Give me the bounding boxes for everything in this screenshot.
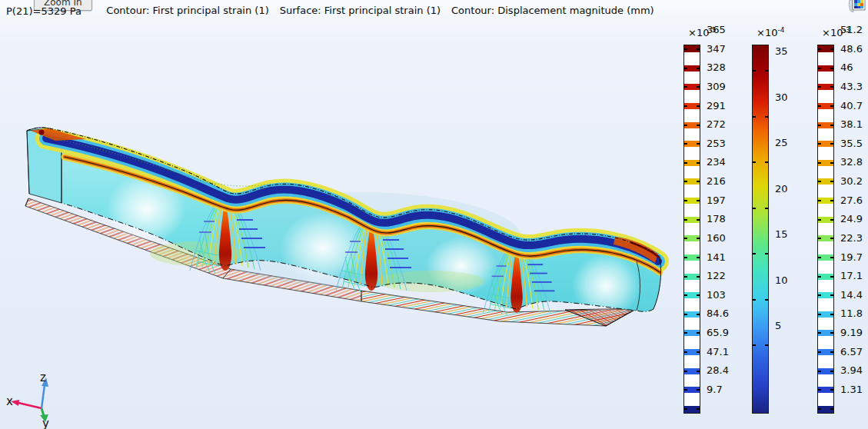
- colorbar-tick: [697, 162, 700, 164]
- colorbar-tick: [765, 70, 768, 72]
- colorbar-tick: [684, 48, 687, 50]
- colorbar-value: 14.4: [840, 289, 863, 301]
- colorbar-tick-value: 10: [775, 274, 788, 287]
- colorbar-tick: [684, 314, 687, 315]
- plot-title-contour-2: Contour: Displacement magnitude (mm): [451, 5, 654, 16]
- colorbar-tick: [697, 389, 700, 391]
- colorbar-value: 47.1: [707, 346, 729, 358]
- colorbar-tick: [697, 68, 700, 69]
- colorbar-value: 347: [707, 43, 726, 55]
- colorbar-value: 9.19: [840, 327, 863, 339]
- colorbar-tick: [684, 351, 687, 353]
- z-axis-label: z: [40, 372, 46, 384]
- colorbar-tick: [684, 257, 687, 258]
- colorbar-tick: [684, 86, 687, 88]
- colorbar-tick: [765, 344, 768, 346]
- colorbar-tick: [765, 253, 768, 254]
- x-axis-arrow: [18, 403, 42, 408]
- colorbar-tick: [753, 253, 756, 254]
- colorbar-value: 28.4: [707, 364, 729, 377]
- colorbar-tick: [830, 219, 833, 221]
- colorbar-bar: [683, 45, 700, 414]
- colorbar-tick: [697, 276, 700, 278]
- colorbar-tick: [818, 68, 821, 69]
- colorbar-value: 272: [707, 118, 726, 131]
- colorbar-tick: [684, 408, 687, 410]
- colorbar-tick: [830, 48, 833, 50]
- colorbar-tick: [684, 389, 687, 391]
- graphics-window: Zoom In P(21)=5329 Pa Contour: First pri…: [0, 0, 868, 429]
- colorbar-tick: [830, 314, 833, 315]
- colorbar-tick: [818, 162, 821, 164]
- plot-title-surface: Surface: First principal strain (1): [280, 5, 441, 16]
- colorbar-tick: [697, 200, 700, 201]
- colorbar-tick: [830, 408, 833, 410]
- colorbar-tick: [684, 105, 687, 107]
- colorbar-unit-label: ×10-4: [757, 26, 784, 38]
- colorbar-tick: [818, 181, 821, 182]
- colorbar-tick-value: 35: [775, 45, 788, 58]
- colorbar-value: 30.2: [840, 175, 863, 188]
- colorbar-tick-value: 5: [775, 320, 781, 332]
- colorbar-tick: [697, 351, 700, 353]
- colorbar-tick: [697, 219, 700, 221]
- colorbar-tick: [830, 351, 833, 353]
- colorbar-value: 24.9: [840, 213, 863, 225]
- colorbar-value: 122: [707, 270, 726, 282]
- colorbar-bar: [817, 45, 834, 414]
- colorbar-value: 160: [707, 232, 726, 244]
- colorbar-value: 38.1: [840, 118, 863, 131]
- colorbar-tick: [697, 371, 700, 372]
- colorbar-value: 3.94: [840, 364, 863, 377]
- colorbar-value: 328: [707, 62, 726, 74]
- y-axis-arrow: [42, 408, 44, 416]
- y-axis-label: y: [42, 417, 49, 429]
- colorbar-tick: [684, 200, 687, 201]
- colorbar-tick: [753, 161, 756, 163]
- colorbar-tick: [753, 116, 756, 118]
- colorbar-tick: [818, 351, 821, 353]
- colorbar-value: 32.8: [840, 156, 863, 168]
- colorbar-tick: [830, 389, 833, 391]
- colorbar-value: 197: [707, 195, 726, 207]
- plot-window-icon[interactable]: [846, 0, 866, 17]
- colorbar-tick: [818, 200, 821, 201]
- colorbar-tick: [818, 48, 821, 50]
- colorbar-tick: [765, 208, 768, 209]
- colorbar-tick: [697, 48, 700, 50]
- colorbar-bar: [752, 45, 769, 414]
- colorbar-value: 35.5: [840, 138, 863, 150]
- colorbar-value: 253: [707, 138, 726, 150]
- colorbar-tick: [818, 332, 821, 334]
- colorbar-tick: [830, 181, 833, 182]
- colorbar-tick: [830, 68, 833, 69]
- colorbar-value: 11.8: [840, 308, 863, 320]
- colorbar-tick: [818, 408, 821, 410]
- colorbar-tick: [697, 332, 700, 334]
- colorbar-tick: [830, 332, 833, 334]
- colorbar-value: 216: [707, 175, 726, 188]
- colorbar-tick: [765, 299, 768, 301]
- colorbar-tick: [684, 162, 687, 164]
- colorbar-tick: [818, 257, 821, 258]
- colorbar-value: 46: [840, 62, 853, 74]
- colorbar-value: 365: [707, 24, 726, 36]
- colorbar-tick: [753, 344, 756, 346]
- colorbar-tick: [684, 276, 687, 278]
- colorbar-tick: [697, 105, 700, 107]
- colorbar-value: 103: [707, 289, 726, 301]
- colorbar-tick: [684, 332, 687, 334]
- colorbar-tick: [830, 294, 833, 296]
- colorbar-tick: [830, 257, 833, 258]
- colorbar-tick-value: 20: [775, 183, 788, 195]
- colorbar-contour-first-principal-strain: ×10-536534732830929127225323421619717816…: [683, 26, 742, 420]
- x-axis-label: x: [6, 394, 13, 408]
- colorbar-tick: [830, 125, 833, 126]
- colorbar-tick: [684, 68, 687, 69]
- colorbar-contour-displacement-magnitude: ×10-351.248.64643.340.738.135.532.830.22…: [817, 26, 868, 420]
- colorbar-tick: [684, 181, 687, 182]
- colorbar-value: 22.3: [840, 232, 863, 244]
- colorbar-tick: [684, 238, 687, 239]
- colorbar-tick: [697, 181, 700, 182]
- colorbar-tick: [697, 125, 700, 126]
